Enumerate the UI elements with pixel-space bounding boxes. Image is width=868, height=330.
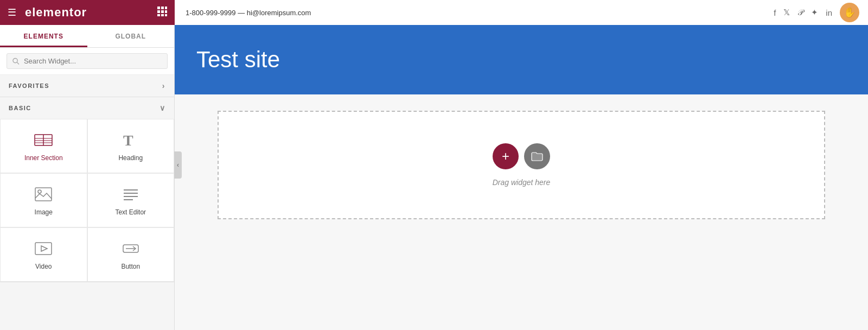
- hamburger-icon[interactable]: ☰: [8, 7, 16, 18]
- collapse-arrow-icon: ‹: [177, 161, 179, 169]
- basic-chevron-icon: ∨: [159, 104, 166, 112]
- avatar[interactable]: ✋: [840, 3, 859, 22]
- avatar-emoji: ✋: [844, 7, 856, 18]
- template-button[interactable]: [524, 143, 550, 169]
- svg-rect-5: [165, 10, 167, 13]
- elementor-logo: elementor: [25, 5, 87, 20]
- sidebar: ELEMENTS GLOBAL FAVORITES › BASIC: [0, 25, 175, 330]
- add-icon: +: [502, 149, 509, 164]
- linkedin-icon[interactable]: in: [826, 8, 832, 17]
- page-body: + Drag widget here: [175, 94, 868, 330]
- widget-button-label: Button: [121, 263, 140, 270]
- drop-zone: + Drag widget here: [218, 111, 825, 219]
- widget-text-editor[interactable]: Text Editor: [87, 173, 175, 227]
- widget-text-editor-label: Text Editor: [115, 208, 146, 216]
- svg-text:T: T: [123, 132, 133, 149]
- basic-label: BASIC: [9, 105, 31, 111]
- inner-section-icon: [34, 130, 53, 150]
- widget-video-label: Video: [35, 263, 52, 270]
- grid-icon[interactable]: [157, 7, 167, 19]
- drop-label: Drag widget here: [493, 178, 551, 187]
- main-layout: ELEMENTS GLOBAL FAVORITES › BASIC: [0, 25, 868, 330]
- facebook-icon[interactable]: f: [774, 8, 776, 17]
- svg-rect-7: [161, 14, 164, 16]
- svg-point-9: [13, 58, 17, 62]
- contact-text: 1-800-999-9999 — hi@loremipsum.com: [186, 9, 311, 17]
- search-icon: [12, 58, 20, 65]
- svg-rect-1: [161, 7, 164, 9]
- svg-rect-6: [157, 14, 160, 16]
- widget-video[interactable]: Video: [0, 227, 87, 282]
- favorites-label: FAVORITES: [9, 82, 49, 89]
- twitter-icon[interactable]: 𝕏: [783, 8, 790, 17]
- favorites-header[interactable]: FAVORITES ›: [0, 75, 174, 97]
- yelp-icon[interactable]: ✦: [811, 8, 818, 17]
- svg-rect-20: [35, 188, 52, 201]
- widget-inner-section-label: Inner Section: [24, 154, 63, 162]
- button-icon: [121, 239, 141, 258]
- pinterest-icon[interactable]: 𝒫: [797, 8, 803, 17]
- widget-heading[interactable]: T Heading: [87, 119, 175, 173]
- image-icon: [34, 185, 53, 204]
- text-editor-icon: [121, 185, 141, 204]
- header-left: ☰ elementor: [0, 0, 175, 25]
- heading-icon: T: [121, 130, 141, 150]
- search-input[interactable]: [24, 57, 162, 65]
- tab-elements[interactable]: ELEMENTS: [0, 25, 87, 47]
- search-bar: [0, 48, 174, 75]
- site-title: Test site: [196, 47, 280, 72]
- add-section-button[interactable]: +: [493, 143, 519, 169]
- svg-rect-2: [165, 7, 167, 9]
- header-bar: ☰ elementor 1-800-999-9999 — hi@loremips…: [0, 0, 868, 25]
- widget-button[interactable]: Button: [87, 227, 175, 282]
- widget-image-label: Image: [35, 208, 53, 216]
- drop-actions: +: [493, 143, 550, 169]
- tab-global[interactable]: GLOBAL: [87, 25, 175, 47]
- search-input-wrap: [7, 53, 168, 69]
- widget-image[interactable]: Image: [0, 173, 87, 227]
- favorites-section: FAVORITES ›: [0, 75, 174, 97]
- header-center: 1-800-999-9999 — hi@loremipsum.com: [175, 0, 765, 25]
- site-header: Test site: [175, 25, 868, 94]
- svg-line-10: [17, 62, 19, 64]
- collapse-handle[interactable]: ‹: [174, 151, 182, 179]
- svg-point-21: [38, 190, 41, 193]
- favorites-chevron-icon: ›: [162, 81, 165, 90]
- video-icon: [34, 239, 53, 258]
- svg-rect-0: [157, 7, 160, 9]
- widget-grid: Inner Section T Heading Image: [0, 119, 174, 282]
- svg-rect-26: [35, 243, 52, 255]
- canvas-area: Test site + Drag widget here: [175, 25, 868, 330]
- widget-heading-label: Heading: [118, 154, 143, 162]
- folder-icon: [531, 151, 543, 161]
- svg-marker-27: [41, 246, 47, 251]
- widget-inner-section[interactable]: Inner Section: [0, 119, 87, 173]
- svg-rect-3: [157, 10, 160, 13]
- basic-section: BASIC ∨ Inner S: [0, 97, 174, 282]
- sidebar-tabs: ELEMENTS GLOBAL: [0, 25, 174, 48]
- header-right: f 𝕏 𝒫 ✦ in ✋: [765, 0, 868, 25]
- svg-rect-4: [161, 10, 164, 13]
- basic-header[interactable]: BASIC ∨: [0, 97, 174, 119]
- svg-rect-8: [165, 14, 167, 16]
